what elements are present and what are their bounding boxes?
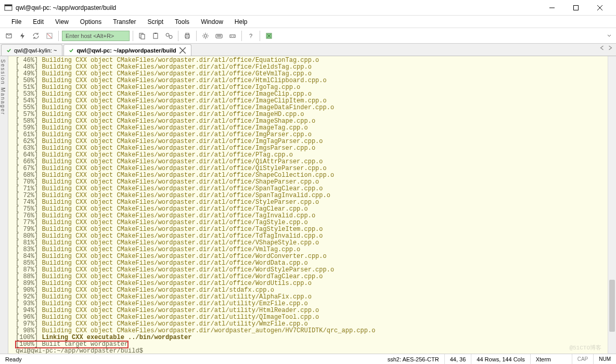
close-icon[interactable] xyxy=(179,47,186,54)
status-cursor: 44, 36 xyxy=(445,354,472,364)
svg-point-13 xyxy=(169,35,172,38)
keyboard-icon[interactable] xyxy=(213,30,225,42)
menu-window[interactable]: Window xyxy=(196,17,228,27)
minimize-button[interactable] xyxy=(540,0,564,16)
scrollbar-vertical[interactable] xyxy=(608,56,616,354)
tab-next-icon[interactable] xyxy=(608,45,613,50)
app-icon xyxy=(4,4,12,12)
svg-rect-9 xyxy=(141,34,145,39)
help-icon[interactable]: ? xyxy=(245,30,256,42)
copy-icon[interactable] xyxy=(136,30,148,42)
status-num: NUM xyxy=(594,354,616,364)
menu-edit[interactable]: Edit xyxy=(28,17,49,27)
svg-rect-10 xyxy=(153,33,158,38)
watermark: @51CTO博客 xyxy=(569,345,601,352)
session-manager-panel[interactable]: Session Manager xyxy=(0,56,8,354)
svg-rect-1 xyxy=(5,5,12,6)
menu-tools[interactable]: Tools xyxy=(170,17,195,27)
status-termtype: Xterm xyxy=(531,354,572,364)
svg-rect-11 xyxy=(155,33,157,34)
close-button[interactable] xyxy=(588,0,612,16)
toolbar-separator xyxy=(260,31,260,41)
window-title: qwl@qwl-pc: ~/app/wordpaster/build xyxy=(16,4,540,11)
profile-icon[interactable] xyxy=(3,30,15,42)
tab-prev-icon[interactable] xyxy=(599,45,605,50)
serial-icon[interactable] xyxy=(227,30,238,42)
status-ready: Ready xyxy=(0,354,31,364)
toolbar-overflow[interactable] xyxy=(606,30,613,42)
scrollbar-thumb[interactable] xyxy=(609,280,615,332)
toolbar-separator xyxy=(241,31,242,41)
tab-label: qwl@qwl-kylin: ~ xyxy=(14,47,57,54)
svg-rect-3 xyxy=(574,5,579,10)
toolbar-separator xyxy=(133,31,133,41)
find-icon[interactable] xyxy=(163,30,175,42)
svg-point-22 xyxy=(231,35,232,36)
toolbar-separator xyxy=(58,31,59,41)
paste-icon[interactable] xyxy=(150,30,161,42)
print-icon[interactable] xyxy=(182,30,193,42)
menu-transfer[interactable]: Transfer xyxy=(108,17,141,27)
menu-script[interactable]: Script xyxy=(142,17,169,27)
terminal[interactable]: [ 46%] Building CXX object CMakeFiles/wo… xyxy=(8,56,616,354)
svg-line-7 xyxy=(47,34,52,38)
menu-options[interactable]: Options xyxy=(75,17,107,27)
reconnect-icon[interactable] xyxy=(30,30,42,42)
svg-point-12 xyxy=(166,33,169,36)
svg-rect-21 xyxy=(230,35,235,37)
svg-rect-16 xyxy=(186,37,189,38)
x-icon[interactable] xyxy=(263,30,275,42)
terminal-prompt[interactable]: qwl@qwl-pc:~/app/wordpaster/build$ xyxy=(9,348,616,354)
menu-help[interactable]: Help xyxy=(229,17,253,27)
check-icon xyxy=(7,48,11,53)
menu-file[interactable]: File xyxy=(6,17,27,27)
status-connection: ssh2: AES-256-CTR xyxy=(382,354,445,364)
disconnect-icon[interactable] xyxy=(44,30,55,42)
toolbar-separator xyxy=(196,31,197,41)
svg-rect-15 xyxy=(186,33,189,35)
menu-view[interactable]: View xyxy=(50,17,74,27)
bolt-icon[interactable] xyxy=(17,30,28,42)
tabstrip: qwl@qwl-kylin: ~ qwl@qwl-pc: ~/app/wordp… xyxy=(0,44,616,56)
svg-point-17 xyxy=(204,34,207,37)
maximize-button[interactable] xyxy=(564,0,588,16)
statusbar: Ready ssh2: AES-256-CTR 44, 36 44 Rows, … xyxy=(0,354,616,364)
menubar: File Edit View Options Transfer Script T… xyxy=(0,16,616,28)
tab-session-1[interactable]: qwl@qwl-kylin: ~ xyxy=(1,44,62,56)
titlebar: qwl@qwl-pc: ~/app/wordpaster/build xyxy=(0,0,616,16)
check-icon xyxy=(69,48,73,53)
main-area: Session Manager [ 46%] Building CXX obje… xyxy=(0,56,616,354)
toolbar: Enter host <Alt+R> ? xyxy=(0,28,616,44)
status-caps: CAP xyxy=(572,354,594,364)
host-input[interactable]: Enter host <Alt+R> xyxy=(62,31,130,41)
status-size: 44 Rows, 144 Cols xyxy=(471,354,530,364)
svg-text:?: ? xyxy=(249,33,252,39)
tab-session-2[interactable]: qwl@qwl-pc: ~/app/wordpaster/build xyxy=(63,44,191,56)
tab-label: qwl@qwl-pc: ~/app/wordpaster/build xyxy=(76,47,176,54)
gear-icon[interactable] xyxy=(200,30,211,42)
toolbar-separator xyxy=(178,31,178,41)
svg-point-23 xyxy=(233,35,234,36)
